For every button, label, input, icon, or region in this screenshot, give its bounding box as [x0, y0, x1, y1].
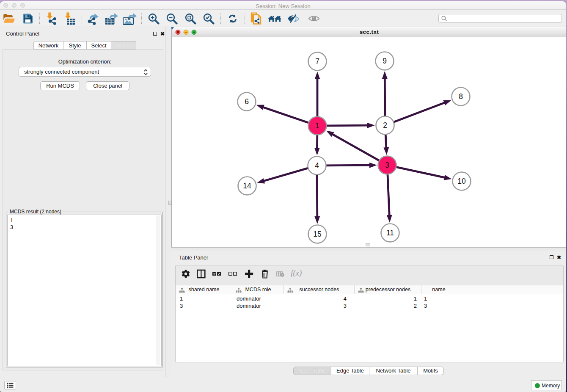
svg-text:3: 3 [385, 161, 389, 169]
svg-text:8: 8 [459, 92, 463, 101]
svg-text:11: 11 [386, 229, 394, 237]
svg-text:15: 15 [313, 230, 321, 238]
svg-text:6: 6 [245, 97, 249, 106]
svg-text:4: 4 [315, 161, 319, 170]
svg-text:9: 9 [383, 57, 387, 65]
svg-text:14: 14 [243, 182, 251, 190]
svg-text:7: 7 [315, 57, 319, 66]
svg-text:10: 10 [457, 177, 466, 185]
svg-text:2: 2 [383, 121, 387, 130]
svg-text:1: 1 [315, 121, 319, 130]
